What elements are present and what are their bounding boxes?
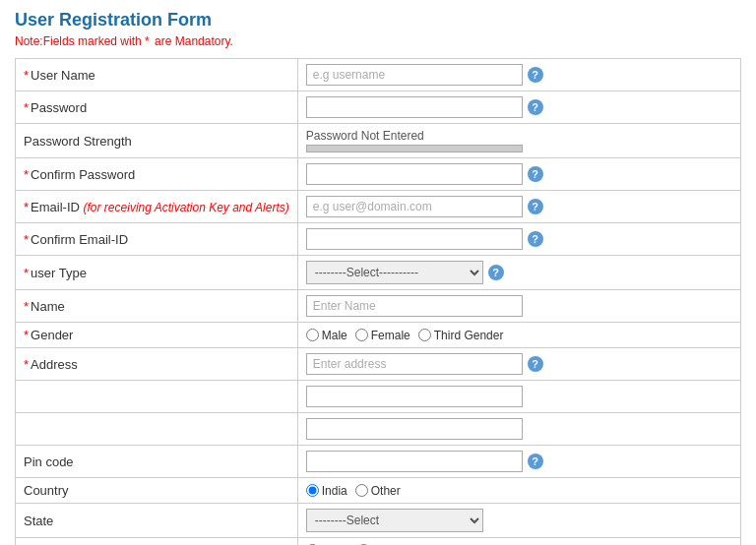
gender-group: Male Female Third Gender (306, 329, 732, 342)
confirm-password-label: *Confirm Password (16, 158, 298, 191)
name-input[interactable] (306, 295, 523, 317)
gender-third-label[interactable]: Third Gender (418, 329, 504, 342)
confirm-password-help-icon[interactable]: ? (528, 166, 543, 182)
email-label: *Email-ID (for receiving Activation Key … (16, 191, 298, 223)
password-cell: ? (297, 91, 740, 124)
note-suffix: are Mandatory. (152, 34, 233, 48)
password-strength-text: Password Not Entered (306, 129, 732, 143)
pincode-input[interactable] (306, 451, 523, 472)
confirm-password-input[interactable] (306, 163, 523, 185)
gender-label: *Gender (16, 323, 298, 348)
password-strength-cell: Password Not Entered (297, 124, 740, 158)
state-select[interactable]: --------Select (306, 509, 483, 532)
password-input[interactable] (306, 96, 523, 118)
email-input[interactable] (306, 196, 523, 217)
address-cell: ? (297, 348, 740, 381)
email-italic: (for receiving Activation Key and Alerts… (84, 201, 289, 214)
country-other-radio[interactable] (355, 484, 368, 497)
password-label: *Password (16, 91, 298, 124)
status-cell: Rural Urban (297, 538, 740, 546)
note-text: Note:Fields marked with (15, 34, 145, 48)
pincode-label: Pin code (16, 446, 298, 478)
password-strength-bar (306, 145, 523, 152)
gender-third-text: Third Gender (434, 329, 504, 342)
address-row2-cell (297, 381, 740, 413)
user-type-cell: --------Select---------- ? (297, 256, 740, 290)
confirm-email-cell: ? (297, 223, 740, 256)
gender-female-text: Female (371, 329, 410, 342)
address-row2-label (16, 381, 298, 413)
note-star: * (145, 34, 150, 48)
address-help-icon[interactable]: ? (528, 356, 543, 372)
confirm-password-cell: ? (297, 158, 740, 191)
password-help-icon[interactable]: ? (528, 99, 543, 115)
address-row3-cell (297, 413, 740, 446)
address-input-1[interactable] (306, 353, 523, 375)
country-cell: India Other (297, 478, 740, 504)
gender-male-label[interactable]: Male (306, 329, 347, 342)
username-cell: ? (297, 59, 740, 91)
state-cell: --------Select (297, 504, 740, 538)
country-india-text: India (322, 484, 347, 498)
gender-female-radio[interactable] (355, 329, 368, 341)
country-other-label[interactable]: Other (355, 484, 401, 498)
user-type-select[interactable]: --------Select---------- (306, 261, 483, 284)
gender-female-label[interactable]: Female (355, 329, 410, 342)
user-type-help-icon[interactable]: ? (488, 265, 504, 280)
mandatory-note: Note:Fields marked with * are Mandatory. (15, 34, 741, 48)
state-label: State (16, 504, 298, 538)
name-cell (297, 290, 740, 323)
gender-cell: Male Female Third Gender (297, 323, 740, 348)
gender-third-radio[interactable] (418, 329, 431, 341)
country-india-label[interactable]: India (306, 484, 347, 498)
confirm-email-help-icon[interactable]: ? (528, 231, 543, 247)
address-input-3[interactable] (306, 418, 523, 440)
status-label: Status (16, 538, 298, 546)
address-label: *Address (16, 348, 298, 381)
password-strength-label: Password Strength (16, 124, 298, 158)
country-india-radio[interactable] (306, 484, 319, 497)
country-other-text: Other (371, 484, 401, 498)
user-type-label: *user Type (16, 256, 298, 290)
address-input-2[interactable] (306, 386, 523, 407)
country-label: Country (16, 478, 298, 504)
address-row3-label (16, 413, 298, 446)
email-help-icon[interactable]: ? (528, 199, 543, 214)
username-label: *User Name (16, 59, 298, 91)
username-help-icon[interactable]: ? (528, 67, 543, 83)
gender-male-radio[interactable] (306, 329, 319, 341)
country-group: India Other (306, 484, 732, 498)
username-input[interactable] (306, 64, 523, 86)
pincode-cell: ? (297, 446, 740, 478)
name-label: *Name (16, 290, 298, 323)
pincode-help-icon[interactable]: ? (528, 454, 543, 469)
confirm-email-input[interactable] (306, 228, 523, 250)
page-title: User Registration Form (15, 10, 741, 30)
gender-male-text: Male (322, 329, 347, 342)
email-cell: ? (297, 191, 740, 223)
confirm-email-label: *Confirm Email-ID (16, 223, 298, 256)
